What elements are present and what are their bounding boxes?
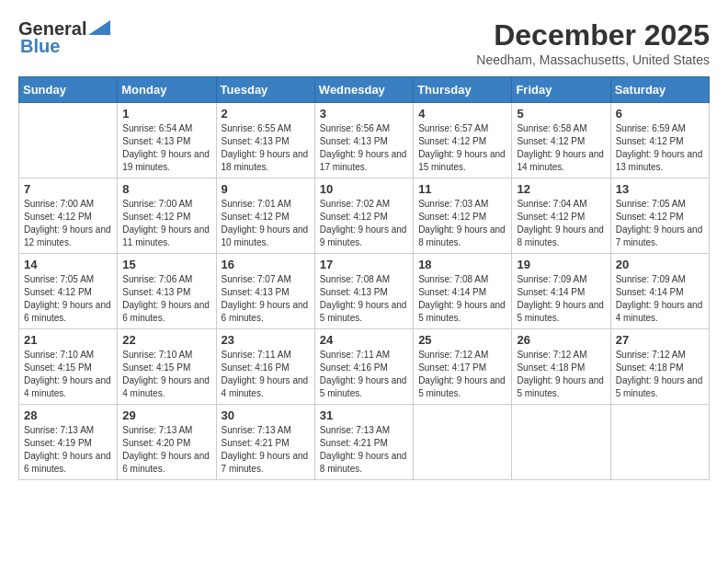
calendar-week-row: 14 Sunrise: 7:05 AMSunset: 4:12 PMDaylig… — [19, 254, 710, 329]
cell-info: Sunrise: 6:57 AMSunset: 4:12 PMDaylight:… — [418, 122, 506, 174]
calendar-cell: 17 Sunrise: 7:08 AMSunset: 4:13 PMDaylig… — [314, 254, 413, 329]
calendar-cell — [610, 405, 709, 480]
calendar-cell: 2 Sunrise: 6:55 AMSunset: 4:13 PMDayligh… — [216, 103, 314, 178]
cell-info: Sunrise: 6:59 AMSunset: 4:12 PMDaylight:… — [616, 122, 704, 174]
cell-info: Sunrise: 7:10 AMSunset: 4:15 PMDaylight:… — [24, 349, 112, 400]
calendar-cell: 24 Sunrise: 7:11 AMSunset: 4:16 PMDaylig… — [314, 329, 413, 405]
day-number: 21 — [24, 333, 112, 347]
day-number: 3 — [320, 107, 408, 121]
cell-info: Sunrise: 7:05 AMSunset: 4:12 PMDaylight:… — [24, 273, 112, 325]
day-number: 8 — [122, 182, 210, 196]
calendar-cell: 9 Sunrise: 7:01 AMSunset: 4:12 PMDayligh… — [216, 178, 314, 254]
cell-info: Sunrise: 6:58 AMSunset: 4:12 PMDaylight:… — [517, 122, 605, 174]
cell-info: Sunrise: 7:04 AMSunset: 4:12 PMDaylight:… — [517, 198, 605, 249]
calendar-week-row: 21 Sunrise: 7:10 AMSunset: 4:15 PMDaylig… — [19, 329, 710, 405]
cell-info: Sunrise: 7:05 AMSunset: 4:12 PMDaylight:… — [616, 198, 704, 249]
calendar-cell: 16 Sunrise: 7:07 AMSunset: 4:13 PMDaylig… — [216, 254, 314, 329]
day-number: 12 — [517, 182, 605, 196]
day-number: 13 — [616, 182, 704, 196]
cell-info: Sunrise: 7:00 AMSunset: 4:12 PMDaylight:… — [122, 198, 210, 249]
day-number: 23 — [222, 333, 310, 347]
cell-info: Sunrise: 7:13 AMSunset: 4:19 PMDaylight:… — [24, 424, 112, 476]
cell-info: Sunrise: 7:12 AMSunset: 4:18 PMDaylight:… — [517, 349, 605, 400]
day-number: 14 — [24, 258, 112, 271]
cell-info: Sunrise: 7:10 AMSunset: 4:15 PMDaylight:… — [122, 349, 210, 400]
calendar-day-header: Tuesday — [216, 77, 314, 103]
logo: General Blue — [18, 18, 110, 57]
calendar-cell: 5 Sunrise: 6:58 AMSunset: 4:12 PMDayligh… — [512, 103, 610, 178]
day-number: 25 — [418, 333, 506, 347]
cell-info: Sunrise: 7:00 AMSunset: 4:12 PMDaylight:… — [24, 198, 112, 249]
cell-info: Sunrise: 7:01 AMSunset: 4:12 PMDaylight:… — [222, 198, 310, 249]
day-number: 18 — [418, 258, 506, 271]
calendar-cell — [414, 405, 512, 480]
day-number: 24 — [320, 333, 408, 347]
calendar-cell: 25 Sunrise: 7:12 AMSunset: 4:17 PMDaylig… — [414, 329, 512, 405]
calendar-day-header: Wednesday — [314, 77, 413, 103]
cell-info: Sunrise: 7:13 AMSunset: 4:21 PMDaylight:… — [320, 424, 408, 476]
day-number: 20 — [616, 258, 704, 271]
cell-info: Sunrise: 7:08 AMSunset: 4:14 PMDaylight:… — [418, 273, 506, 325]
logo-blue-text: Blue — [20, 36, 60, 57]
calendar-cell: 19 Sunrise: 7:09 AMSunset: 4:14 PMDaylig… — [512, 254, 610, 329]
calendar-header-row: SundayMondayTuesdayWednesdayThursdayFrid… — [19, 77, 710, 103]
day-number: 5 — [517, 107, 605, 121]
cell-info: Sunrise: 7:13 AMSunset: 4:20 PMDaylight:… — [122, 424, 210, 476]
calendar-cell: 23 Sunrise: 7:11 AMSunset: 4:16 PMDaylig… — [216, 329, 314, 405]
calendar-cell: 7 Sunrise: 7:00 AMSunset: 4:12 PMDayligh… — [19, 178, 118, 254]
day-number: 11 — [418, 182, 506, 196]
day-number: 17 — [320, 258, 408, 271]
cell-info: Sunrise: 6:55 AMSunset: 4:13 PMDaylight:… — [222, 122, 310, 174]
calendar-cell: 29 Sunrise: 7:13 AMSunset: 4:20 PMDaylig… — [118, 405, 216, 480]
day-number: 1 — [122, 107, 210, 121]
day-number: 27 — [616, 333, 704, 347]
cell-info: Sunrise: 7:06 AMSunset: 4:13 PMDaylight:… — [122, 273, 210, 325]
cell-info: Sunrise: 7:09 AMSunset: 4:14 PMDaylight:… — [616, 273, 704, 325]
cell-info: Sunrise: 7:07 AMSunset: 4:13 PMDaylight:… — [222, 273, 310, 325]
cell-info: Sunrise: 6:56 AMSunset: 4:13 PMDaylight:… — [320, 122, 408, 174]
day-number: 4 — [418, 107, 506, 121]
calendar-cell: 31 Sunrise: 7:13 AMSunset: 4:21 PMDaylig… — [314, 405, 413, 480]
day-number: 26 — [517, 333, 605, 347]
calendar-cell: 30 Sunrise: 7:13 AMSunset: 4:21 PMDaylig… — [216, 405, 314, 480]
calendar-day-header: Friday — [512, 77, 610, 103]
calendar-week-row: 28 Sunrise: 7:13 AMSunset: 4:19 PMDaylig… — [19, 405, 710, 480]
day-number: 6 — [616, 107, 704, 121]
day-number: 22 — [122, 333, 210, 347]
calendar-cell: 18 Sunrise: 7:08 AMSunset: 4:14 PMDaylig… — [414, 254, 512, 329]
day-number: 29 — [122, 408, 210, 422]
svg-marker-0 — [88, 20, 110, 35]
day-number: 15 — [122, 258, 210, 271]
day-number: 31 — [320, 408, 408, 422]
cell-info: Sunrise: 7:12 AMSunset: 4:17 PMDaylight:… — [418, 349, 506, 400]
calendar-cell: 8 Sunrise: 7:00 AMSunset: 4:12 PMDayligh… — [118, 178, 216, 254]
calendar-cell: 11 Sunrise: 7:03 AMSunset: 4:12 PMDaylig… — [414, 178, 512, 254]
day-number: 16 — [222, 258, 310, 271]
calendar-cell: 4 Sunrise: 6:57 AMSunset: 4:12 PMDayligh… — [414, 103, 512, 178]
day-number: 28 — [24, 408, 112, 422]
day-number: 30 — [222, 408, 310, 422]
calendar-cell: 27 Sunrise: 7:12 AMSunset: 4:18 PMDaylig… — [610, 329, 709, 405]
calendar-cell: 14 Sunrise: 7:05 AMSunset: 4:12 PMDaylig… — [19, 254, 118, 329]
calendar-cell: 21 Sunrise: 7:10 AMSunset: 4:15 PMDaylig… — [19, 329, 118, 405]
day-number: 2 — [222, 107, 310, 121]
logo-icon — [88, 20, 110, 35]
calendar-cell: 22 Sunrise: 7:10 AMSunset: 4:15 PMDaylig… — [118, 329, 216, 405]
day-number: 19 — [517, 258, 605, 271]
calendar-cell: 12 Sunrise: 7:04 AMSunset: 4:12 PMDaylig… — [512, 178, 610, 254]
cell-info: Sunrise: 7:12 AMSunset: 4:18 PMDaylight:… — [616, 349, 704, 400]
calendar-cell: 20 Sunrise: 7:09 AMSunset: 4:14 PMDaylig… — [610, 254, 709, 329]
cell-info: Sunrise: 7:11 AMSunset: 4:16 PMDaylight:… — [320, 349, 408, 400]
calendar-cell: 26 Sunrise: 7:12 AMSunset: 4:18 PMDaylig… — [512, 329, 610, 405]
calendar-cell: 10 Sunrise: 7:02 AMSunset: 4:12 PMDaylig… — [314, 178, 413, 254]
calendar-week-row: 7 Sunrise: 7:00 AMSunset: 4:12 PMDayligh… — [19, 178, 710, 254]
cell-info: Sunrise: 7:03 AMSunset: 4:12 PMDaylight:… — [418, 198, 506, 249]
calendar-day-header: Sunday — [19, 77, 118, 103]
calendar-table: SundayMondayTuesdayWednesdayThursdayFrid… — [18, 76, 710, 480]
cell-info: Sunrise: 7:13 AMSunset: 4:21 PMDaylight:… — [222, 424, 310, 476]
calendar-week-row: 1 Sunrise: 6:54 AMSunset: 4:13 PMDayligh… — [19, 103, 710, 178]
cell-info: Sunrise: 7:11 AMSunset: 4:16 PMDaylight:… — [222, 349, 310, 400]
page-subtitle: Needham, Massachusetts, United States — [476, 52, 710, 67]
calendar-day-header: Saturday — [610, 77, 709, 103]
day-number: 10 — [320, 182, 408, 196]
